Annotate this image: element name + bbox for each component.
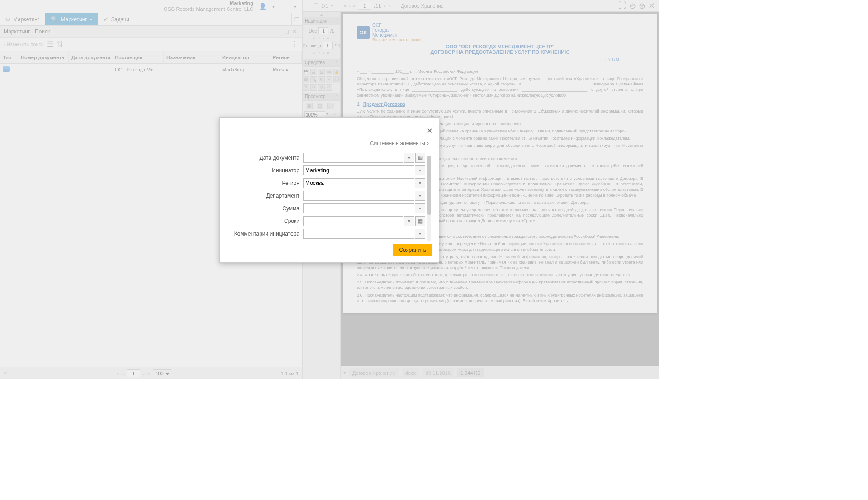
input-region[interactable] (303, 178, 414, 188)
amount-dropdown-icon[interactable]: ▾ (415, 203, 425, 213)
docdate-dropdown-icon[interactable]: ▾ (404, 153, 414, 163)
modal-form: Дата документа ▾ ▦ Инициатор ▾ Регион (220, 151, 439, 241)
input-initiator[interactable] (303, 165, 414, 175)
app-root: Marketing OSG Records Management Centre,… (0, 0, 659, 379)
calendar-icon[interactable]: ▦ (415, 153, 425, 163)
modal-footer: Сохранить (220, 241, 439, 262)
label-department: Департамент (228, 193, 303, 199)
chevron-right-icon: › (427, 140, 429, 146)
modal-close-icon[interactable]: ✕ (427, 127, 432, 135)
input-department[interactable] (303, 191, 414, 201)
calendar-icon[interactable]: ▦ (415, 216, 425, 226)
input-initiator-comments[interactable] (303, 229, 414, 239)
modal-overlay[interactable]: ✕ Системные элементы › Дата документа ▾ … (0, 0, 659, 379)
label-amount: Сумма (228, 205, 303, 212)
modal-scrollbar[interactable] (427, 156, 431, 241)
department-dropdown-icon[interactable]: ▾ (415, 191, 425, 201)
label-docdate: Дата документа (228, 155, 303, 161)
region-dropdown-icon[interactable]: ▾ (415, 178, 425, 188)
scrollbar-thumb[interactable] (427, 156, 431, 215)
label-initiator-comments: Комментарии инициатора (228, 231, 303, 237)
comments-dropdown-icon[interactable]: ▾ (415, 229, 425, 239)
system-elements-link[interactable]: Системные элементы › (220, 118, 439, 151)
input-docdate[interactable] (303, 153, 403, 163)
edit-modal: ✕ Системные элементы › Дата документа ▾ … (219, 117, 439, 263)
label-initiator: Инициатор (228, 167, 303, 174)
input-terms[interactable] (303, 216, 403, 226)
terms-dropdown-icon[interactable]: ▾ (404, 216, 414, 226)
label-region: Регион (228, 180, 303, 186)
label-terms: Сроки (228, 218, 303, 224)
save-button[interactable]: Сохранить (393, 244, 432, 256)
input-amount[interactable] (303, 203, 414, 213)
initiator-dropdown-icon[interactable]: ▾ (415, 165, 425, 175)
